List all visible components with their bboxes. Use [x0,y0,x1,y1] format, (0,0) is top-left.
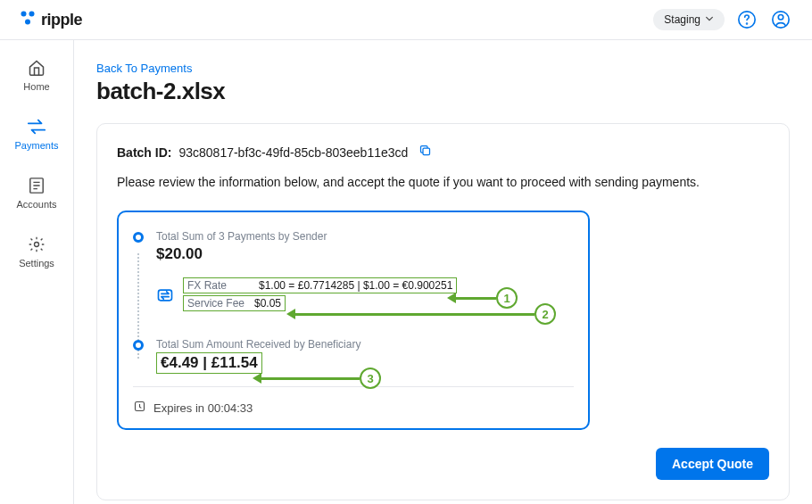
instruction-text: Please review the information below, and… [117,175,769,189]
fx-rate-label: FX Rate [187,279,252,292]
beneficiary-sum-amount: €4.49 | £11.54 [156,352,262,374]
svg-point-1 [29,12,35,17]
back-to-payments-link[interactable]: Back To Payments [96,62,192,75]
accept-quote-button[interactable]: Accept Quote [656,448,769,480]
annotation-3: 3 [253,368,381,389]
sidebar: Home Payments Accounts Settings [0,40,74,504]
sidebar-item-label: Settings [19,258,54,269]
environment-selector[interactable]: Staging [653,9,725,30]
svg-point-6 [778,15,783,21]
batch-id-value: 93c80817-bf3c-49fd-85cb-803eeb11e3cd [178,145,408,160]
svg-rect-10 [159,290,172,301]
profile-button[interactable] [769,8,792,31]
service-fee-value: $0.05 [254,297,281,310]
sidebar-item-label: Accounts [16,199,56,210]
sidebar-item-settings[interactable]: Settings [19,235,54,269]
sender-sum-label: Total Sum of 3 Payments by Sender [156,230,574,243]
main-content: Back To Payments batch-2.xlsx Batch ID: … [74,40,812,504]
brand-name: ripple [41,11,82,29]
sidebar-item-accounts[interactable]: Accounts [16,176,56,210]
expiry-text: Expires in 00:04:33 [153,401,253,415]
sidebar-item-home[interactable]: Home [23,58,49,92]
page-title: batch-2.xlsx [96,78,790,105]
svg-point-8 [35,243,39,247]
clock-icon [133,400,146,416]
svg-point-0 [21,12,27,17]
accounts-icon [27,176,46,195]
svg-point-4 [747,23,748,24]
transfer-icon [27,117,46,136]
batch-card: Batch ID: 93c80817-bf3c-49fd-85cb-803eeb… [96,123,790,500]
service-fee-row: Service Fee $0.05 [183,295,286,311]
ripple-icon [20,10,36,29]
timeline-dot-icon [133,340,144,351]
sidebar-item-payments[interactable]: Payments [15,117,59,151]
copy-batch-id-button[interactable] [418,144,432,161]
exchange-icon [156,286,174,304]
help-button[interactable] [735,8,758,31]
sender-sum-amount: $20.00 [156,245,574,263]
home-icon [27,58,46,78]
service-fee-label: Service Fee [187,297,247,310]
fx-rate-row: FX Rate $1.00 = £0.7714285 | $1.00 = €0.… [183,277,457,293]
environment-label: Staging [664,13,700,26]
brand-logo: ripple [20,10,82,29]
sidebar-item-label: Home [23,81,49,92]
annotation-2: 2 [286,303,556,325]
timeline-dot-icon [133,232,144,243]
gear-icon [27,235,46,254]
quote-summary-box: Total Sum of 3 Payments by Sender $20.00… [117,211,590,430]
sidebar-item-label: Payments [15,140,59,151]
beneficiary-sum-label: Total Sum Amount Received by Beneficiary [156,338,574,351]
svg-rect-9 [423,148,430,155]
fx-rate-value: $1.00 = £0.7714285 | $1.00 = €0.900251 [259,279,452,292]
chevron-down-icon [705,13,714,26]
svg-point-2 [25,20,30,25]
app-header: ripple Staging [0,0,812,40]
batch-id-label: Batch ID: [117,145,171,160]
